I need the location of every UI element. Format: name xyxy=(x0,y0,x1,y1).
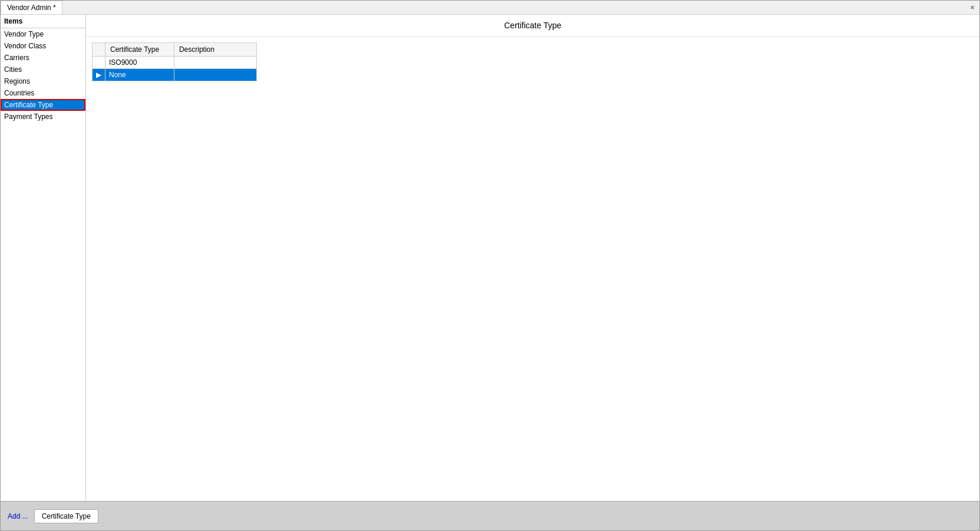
close-icon: × xyxy=(970,4,974,12)
sidebar-header: Items xyxy=(1,15,85,28)
main-header: Certificate Type xyxy=(86,15,979,37)
sidebar-item-cities[interactable]: Cities xyxy=(1,64,85,75)
table-body: ISO9000▶None xyxy=(93,57,257,81)
sidebar-item-vendor-type[interactable]: Vendor Type xyxy=(1,28,85,40)
sidebar-item-certificate-type[interactable]: Certificate Type xyxy=(1,99,85,111)
cert-type-header: Certificate Type xyxy=(105,43,174,57)
main-window: Vendor Admin * × Items Vendor TypeVendor… xyxy=(0,0,980,531)
certificate-type-table: Certificate Type Description ISO9000▶Non… xyxy=(92,42,257,81)
sidebar-item-vendor-class[interactable]: Vendor Class xyxy=(1,40,85,52)
sidebar-item-carriers[interactable]: Carriers xyxy=(1,52,85,64)
close-button[interactable]: × xyxy=(965,1,979,15)
main-content: Certificate Type Certificate Type Descri… xyxy=(86,15,979,501)
table-row[interactable]: ▶None xyxy=(93,69,257,81)
description-cell-0 xyxy=(174,57,256,69)
cert-type-cell-1: None xyxy=(105,69,174,81)
content-area: Items Vendor TypeVendor ClassCarriersCit… xyxy=(1,15,979,501)
table-row[interactable]: ISO9000 xyxy=(93,57,257,69)
description-header: Description xyxy=(174,43,256,57)
empty-header xyxy=(93,43,105,57)
footer-bar: Add ... Certificate Type xyxy=(1,501,979,530)
table-area: Certificate Type Description ISO9000▶Non… xyxy=(86,37,979,501)
sidebar-item-countries[interactable]: Countries xyxy=(1,87,85,99)
title-bar: Vendor Admin * × xyxy=(1,1,979,15)
sidebar-item-payment-types[interactable]: Payment Types xyxy=(1,111,85,123)
row-indicator-0 xyxy=(93,57,105,69)
footer-type-label: Certificate Type xyxy=(34,509,98,523)
sidebar-items-container: Vendor TypeVendor ClassCarriersCitiesReg… xyxy=(1,28,85,123)
window-title: Vendor Admin * xyxy=(7,4,56,12)
add-button[interactable]: Add ... xyxy=(6,512,29,520)
sidebar: Items Vendor TypeVendor ClassCarriersCit… xyxy=(1,15,86,501)
title-tab[interactable]: Vendor Admin * xyxy=(1,1,62,14)
row-indicator-1: ▶ xyxy=(93,69,105,81)
sidebar-item-regions[interactable]: Regions xyxy=(1,75,85,87)
description-cell-1 xyxy=(174,69,256,81)
cert-type-cell-0: ISO9000 xyxy=(105,57,174,69)
table-header-row: Certificate Type Description xyxy=(93,43,257,57)
